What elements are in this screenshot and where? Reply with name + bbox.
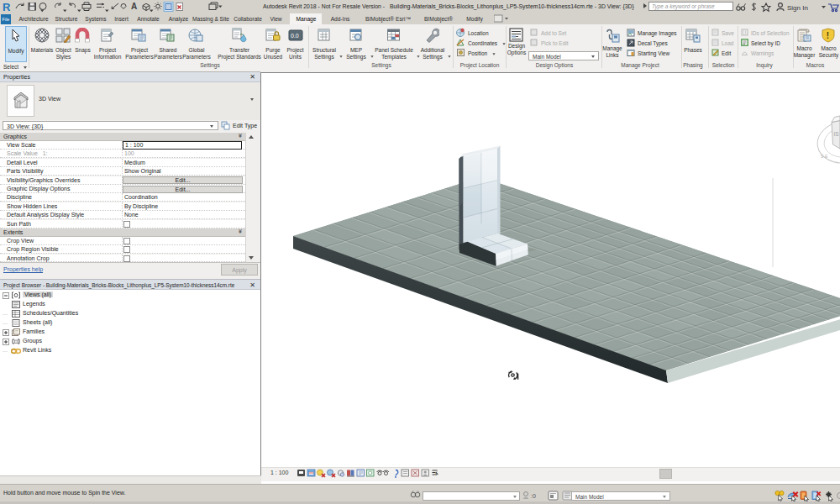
svg-text:0.0: 0.0: [291, 33, 299, 39]
svg-text:A: A: [131, 2, 137, 11]
svg-text:IS: IS: [834, 131, 840, 137]
svg-text:R: R: [3, 1, 11, 13]
svg-text:!: !: [827, 31, 829, 40]
svg-text:S·E: S·E: [821, 154, 828, 159]
svg-text::0: :0: [531, 493, 536, 499]
svg-text:Sign In: Sign In: [787, 4, 808, 12]
